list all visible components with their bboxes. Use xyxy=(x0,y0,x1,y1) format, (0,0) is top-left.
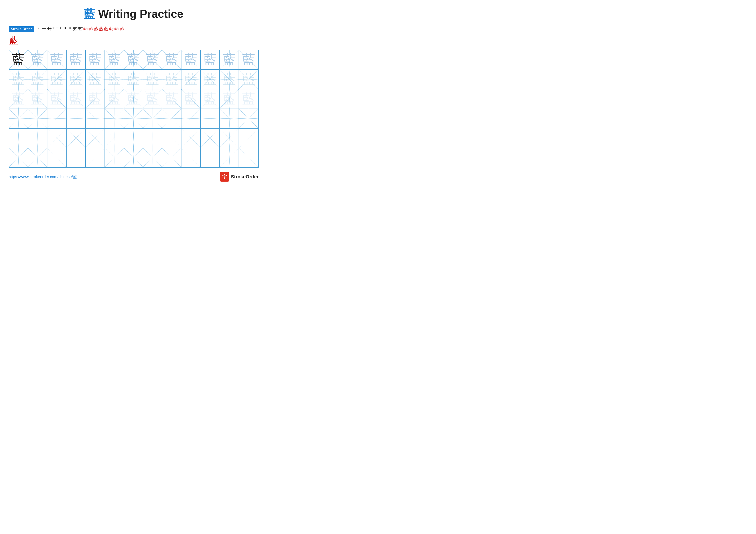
grid-cell-4-3[interactable] xyxy=(47,109,67,128)
grid-cell-3-3[interactable]: 藍 xyxy=(47,89,67,109)
grid-cell-4-13[interactable] xyxy=(239,109,258,128)
stroke-17: 藍 xyxy=(120,26,124,32)
grid-cell-1-11[interactable]: 藍 xyxy=(201,50,220,69)
grid-cell-2-3[interactable]: 藍 xyxy=(47,70,67,89)
grid-cell-3-10[interactable]: 藍 xyxy=(181,89,201,109)
grid-cell-3-9[interactable]: 藍 xyxy=(162,89,181,109)
grid-cell-5-8[interactable] xyxy=(143,129,162,148)
grid-cell-1-4[interactable]: 藍 xyxy=(67,50,86,69)
grid-cell-6-12[interactable] xyxy=(220,148,239,167)
grid-cell-6-13[interactable] xyxy=(239,148,258,167)
grid-cell-5-7[interactable] xyxy=(124,129,143,148)
char-3-8: 藍 xyxy=(146,92,159,105)
grid-cell-3-5[interactable]: 藍 xyxy=(86,89,105,109)
grid-cell-4-4[interactable] xyxy=(67,109,86,128)
grid-cell-5-6[interactable] xyxy=(105,129,124,148)
svg-line-155 xyxy=(239,148,258,167)
grid-cell-1-2[interactable]: 藍 xyxy=(28,50,47,69)
grid-cell-3-11[interactable]: 藍 xyxy=(201,89,220,109)
grid-cell-2-9[interactable]: 藍 xyxy=(162,70,181,89)
char-2-6: 藍 xyxy=(108,73,121,86)
grid-cell-3-12[interactable]: 藍 xyxy=(220,89,239,109)
grid-cell-6-7[interactable] xyxy=(124,148,143,167)
grid-cell-3-7[interactable]: 藍 xyxy=(124,89,143,109)
grid-cell-1-10[interactable]: 藍 xyxy=(181,50,201,69)
grid-cell-1-7[interactable]: 藍 xyxy=(124,50,143,69)
grid-cell-1-8[interactable]: 藍 xyxy=(143,50,162,69)
grid-cell-4-1[interactable] xyxy=(9,109,28,128)
grid-cell-5-2[interactable] xyxy=(28,129,47,148)
svg-line-78 xyxy=(9,109,28,128)
grid-cell-1-9[interactable]: 藍 xyxy=(162,50,181,69)
grid-cell-4-7[interactable] xyxy=(124,109,143,128)
grid-cell-6-9[interactable] xyxy=(162,148,181,167)
grid-row-4 xyxy=(9,109,258,129)
grid-cell-6-5[interactable] xyxy=(86,148,105,167)
grid-cell-3-2[interactable]: 藍 xyxy=(28,89,47,109)
grid-cell-6-8[interactable] xyxy=(143,148,162,167)
grid-cell-2-5[interactable]: 藍 xyxy=(86,70,105,89)
grid-cell-5-10[interactable] xyxy=(181,129,201,148)
stroke-9: 艺 xyxy=(78,26,83,32)
svg-line-99 xyxy=(201,109,219,128)
svg-line-87 xyxy=(86,109,104,128)
grid-cell-2-7[interactable]: 藍 xyxy=(124,70,143,89)
svg-line-145 xyxy=(143,148,162,167)
svg-line-118 xyxy=(143,129,162,147)
grid-cell-4-9[interactable] xyxy=(162,109,181,128)
grid-cell-4-5[interactable] xyxy=(86,109,105,128)
svg-line-134 xyxy=(47,148,66,167)
grid-cell-3-6[interactable]: 藍 xyxy=(105,89,124,109)
grid-cell-1-6[interactable]: 藍 xyxy=(105,50,124,69)
grid-cell-2-13[interactable]: 藍 xyxy=(239,70,258,89)
grid-cell-5-5[interactable] xyxy=(86,129,105,148)
grid-cell-5-3[interactable] xyxy=(47,129,67,148)
grid-cell-1-5[interactable]: 藍 xyxy=(86,50,105,69)
grid-cell-4-12[interactable] xyxy=(220,109,239,128)
grid-cell-2-10[interactable]: 藍 xyxy=(181,70,201,89)
grid-cell-6-10[interactable] xyxy=(181,148,201,167)
grid-cell-5-4[interactable] xyxy=(67,129,86,148)
char-2-13: 藍 xyxy=(242,73,255,86)
grid-cell-6-11[interactable] xyxy=(201,148,220,167)
grid-cell-2-8[interactable]: 藍 xyxy=(143,70,162,89)
grid-cell-5-12[interactable] xyxy=(220,129,239,148)
grid-cell-4-2[interactable] xyxy=(28,109,47,128)
grid-cell-5-9[interactable] xyxy=(162,129,181,148)
grid-cell-1-3[interactable]: 藍 xyxy=(47,50,67,69)
grid-cell-3-4[interactable]: 藍 xyxy=(67,89,86,109)
grid-cell-2-1[interactable]: 藍 xyxy=(9,70,28,89)
grid-cell-4-10[interactable] xyxy=(181,109,201,128)
grid-cell-2-4[interactable]: 藍 xyxy=(67,70,86,89)
stroke-12: 藍 xyxy=(94,26,98,32)
grid-cell-5-1[interactable] xyxy=(9,129,28,148)
char-3-6: 藍 xyxy=(108,92,121,105)
grid-cell-6-3[interactable] xyxy=(47,148,67,167)
grid-cell-4-11[interactable] xyxy=(201,109,220,128)
grid-row-1: 藍 藍 藍 藍 藍 藍 藍 藍 xyxy=(9,50,258,70)
stroke-order-badge: Stroke Order xyxy=(9,26,34,32)
grid-cell-6-6[interactable] xyxy=(105,148,124,167)
svg-line-82 xyxy=(47,109,66,128)
char-1-6: 藍 xyxy=(108,53,121,66)
grid-cell-3-1[interactable]: 藍 xyxy=(9,89,28,109)
grid-cell-3-8[interactable]: 藍 xyxy=(143,89,162,109)
grid-cell-3-13[interactable]: 藍 xyxy=(239,89,258,109)
grid-cell-4-8[interactable] xyxy=(143,109,162,128)
grid-cell-2-2[interactable]: 藍 xyxy=(28,70,47,89)
grid-cell-6-1[interactable] xyxy=(9,148,28,167)
grid-cell-6-2[interactable] xyxy=(28,148,47,167)
grid-cell-4-6[interactable] xyxy=(105,109,124,128)
grid-cell-2-12[interactable]: 藍 xyxy=(220,70,239,89)
svg-line-100 xyxy=(220,109,239,128)
char-1-10: 藍 xyxy=(184,53,198,66)
grid-cell-2-11[interactable]: 藍 xyxy=(201,70,220,89)
footer-link[interactable]: https://www.strokeorder.com/chinese/藍 xyxy=(9,174,77,179)
grid-cell-1-13[interactable]: 藍 xyxy=(239,50,258,69)
grid-cell-5-13[interactable] xyxy=(239,129,258,148)
grid-cell-6-4[interactable] xyxy=(67,148,86,167)
grid-cell-1-12[interactable]: 藍 xyxy=(220,50,239,69)
grid-cell-5-11[interactable] xyxy=(201,129,220,148)
grid-cell-1-1[interactable]: 藍 xyxy=(9,50,28,69)
grid-cell-2-6[interactable]: 藍 xyxy=(105,70,124,89)
